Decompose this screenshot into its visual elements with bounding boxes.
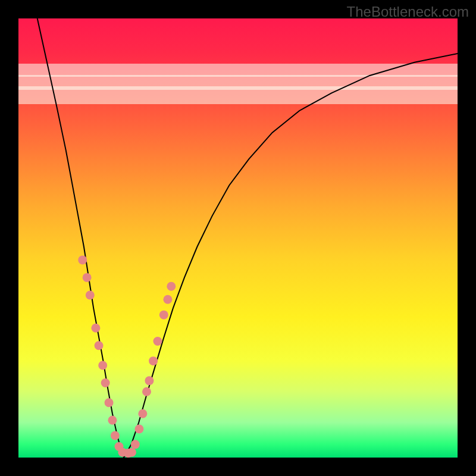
data-marker bbox=[108, 416, 117, 425]
marker-group bbox=[78, 255, 176, 458]
data-marker bbox=[149, 356, 158, 365]
data-marker bbox=[131, 440, 140, 449]
watermark-text: TheBottleneck.com bbox=[347, 4, 469, 20]
data-marker bbox=[159, 311, 168, 320]
data-marker bbox=[134, 425, 143, 434]
data-marker bbox=[78, 255, 87, 264]
data-marker bbox=[86, 290, 95, 299]
data-marker bbox=[105, 398, 114, 407]
data-marker bbox=[138, 409, 147, 418]
data-marker bbox=[142, 387, 151, 396]
data-marker bbox=[167, 282, 176, 291]
data-marker bbox=[111, 431, 120, 440]
data-marker bbox=[101, 378, 110, 387]
data-marker bbox=[98, 361, 107, 370]
data-marker bbox=[145, 376, 154, 385]
data-marker bbox=[127, 448, 136, 457]
data-marker bbox=[153, 337, 162, 346]
plot-area bbox=[18, 18, 458, 458]
left-curve bbox=[37, 18, 124, 458]
right-curve bbox=[124, 54, 458, 458]
data-marker bbox=[91, 324, 100, 333]
data-marker bbox=[95, 341, 104, 350]
data-marker bbox=[163, 295, 172, 304]
curves-svg bbox=[18, 18, 458, 458]
chart-container: TheBottleneck.com bbox=[0, 0, 476, 476]
data-marker bbox=[83, 273, 92, 282]
